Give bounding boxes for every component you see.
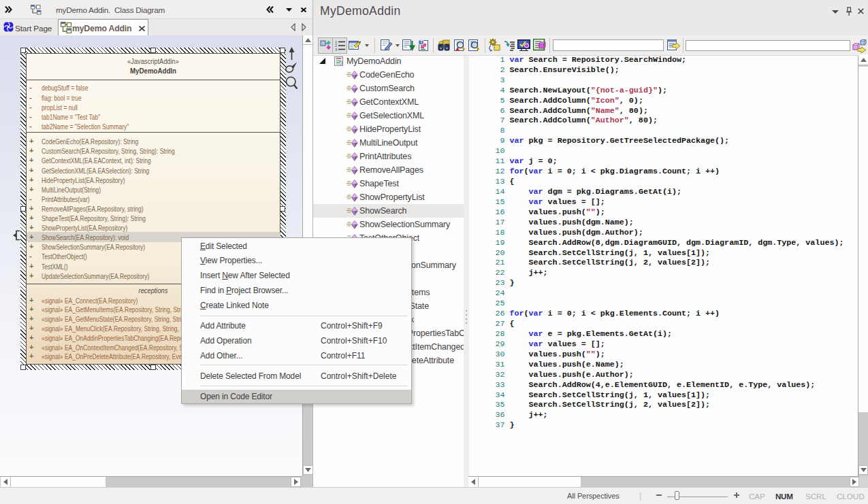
svg-text:3: 3 xyxy=(335,48,337,52)
svg-text:T: T xyxy=(420,39,423,44)
